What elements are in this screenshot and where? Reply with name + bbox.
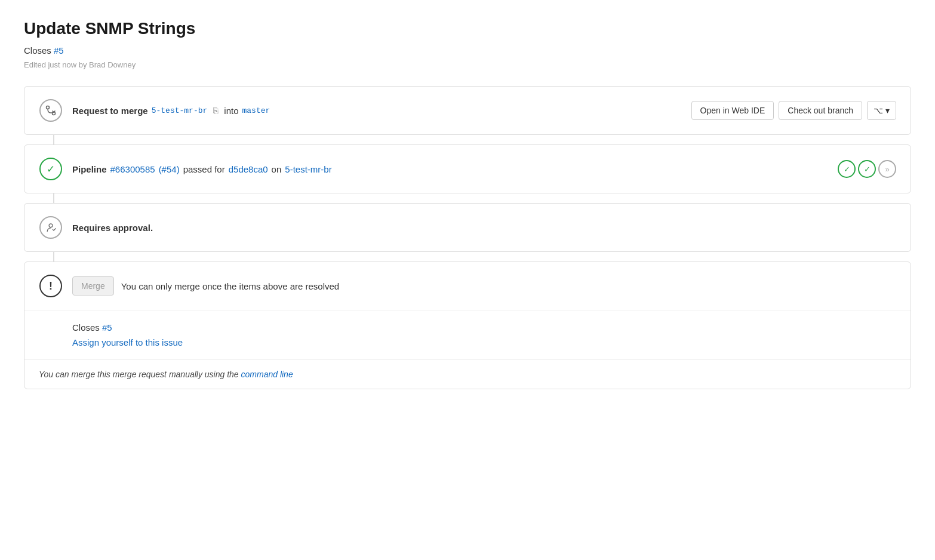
merge-card-top: ! Merge You can only merge once the item… — [24, 262, 911, 310]
pipeline-status-icon: ✓ — [39, 157, 63, 181]
pipeline-card: ✓ Pipeline #66300585 (#54) passed for d5… — [24, 144, 911, 193]
svg-point-2 — [49, 224, 53, 227]
passed-label: passed for — [183, 164, 225, 174]
pipeline-label: Pipeline — [72, 164, 107, 174]
merge-card-footer: You can merge this merge request manuall… — [24, 359, 911, 389]
closes-line: Closes #5 — [24, 45, 911, 56]
pipeline-skip-icon[interactable]: » — [878, 160, 896, 178]
pipeline-content: Pipeline #66300585 (#54) passed for d5de… — [72, 164, 828, 174]
merge-button[interactable]: Merge — [72, 276, 114, 296]
pipeline-check-icon-2[interactable]: ✓ — [858, 160, 876, 178]
copy-branch-icon[interactable]: ⎘ — [211, 104, 220, 116]
pipeline-actions: ✓ ✓ » — [838, 160, 896, 178]
merge-request-card: Request to merge 5-test-mr-br ⎘ into mas… — [24, 86, 911, 135]
pipeline-branch-link[interactable]: 5-test-mr-br — [285, 164, 331, 174]
connector-3 — [53, 252, 54, 261]
merge-request-content: Request to merge 5-test-mr-br ⎘ into mas… — [72, 104, 682, 116]
merge-closes-issue-link[interactable]: #5 — [102, 322, 112, 333]
pipeline-number-link[interactable]: (#54) — [159, 164, 180, 174]
command-line-link[interactable]: command line — [241, 370, 293, 379]
edited-line: Edited just now by Brad Downey — [24, 60, 911, 69]
request-to-merge-label: Request to merge — [72, 106, 148, 116]
source-control-icon: ⌥ — [874, 106, 883, 115]
source-branch: 5-test-mr-br — [152, 106, 208, 115]
merge-status-icon: ! — [39, 274, 63, 298]
closes-issue-link[interactable]: #5 — [54, 45, 64, 56]
assign-yourself-link[interactable]: Assign yourself to this issue — [72, 337, 183, 347]
on-label: on — [272, 164, 282, 174]
chevron-down-icon: ▾ — [885, 106, 890, 115]
target-branch: master — [242, 106, 270, 115]
connector-1 — [53, 135, 54, 144]
approval-icon — [39, 216, 63, 239]
svg-point-0 — [47, 106, 50, 109]
approval-card: Requires approval. — [24, 203, 911, 252]
merge-closes-line: Closes #5 — [72, 322, 896, 333]
merge-closes-label: Closes — [72, 322, 100, 333]
merge-blocked-message: You can only merge once the items above … — [121, 281, 340, 291]
commit-hash-link[interactable]: d5de8ca0 — [229, 164, 268, 174]
closes-label: Closes — [24, 45, 51, 56]
into-label: into — [224, 106, 238, 116]
merge-request-actions: Open in Web IDE Check out branch ⌥ ▾ — [691, 101, 896, 120]
merge-card: ! Merge You can only merge once the item… — [24, 261, 911, 389]
page-title: Update SNMP Strings — [24, 19, 911, 38]
requires-approval-label: Requires approval. — [72, 223, 153, 233]
exclamation-icon: ! — [39, 275, 62, 297]
check-out-branch-button[interactable]: Check out branch — [779, 101, 862, 120]
pipeline-id-link[interactable]: #66300585 — [110, 164, 155, 174]
connector-2 — [53, 193, 54, 203]
branch-actions-dropdown[interactable]: ⌥ ▾ — [867, 101, 896, 120]
open-web-ide-button[interactable]: Open in Web IDE — [691, 101, 774, 120]
footer-text-before: You can merge this merge request manuall… — [39, 370, 239, 379]
approval-content: Requires approval. — [72, 223, 896, 233]
pipeline-check-icon-1[interactable]: ✓ — [838, 160, 856, 178]
merge-request-icon — [39, 99, 63, 122]
merge-card-bottom: Closes #5 Assign yourself to this issue — [24, 310, 911, 359]
